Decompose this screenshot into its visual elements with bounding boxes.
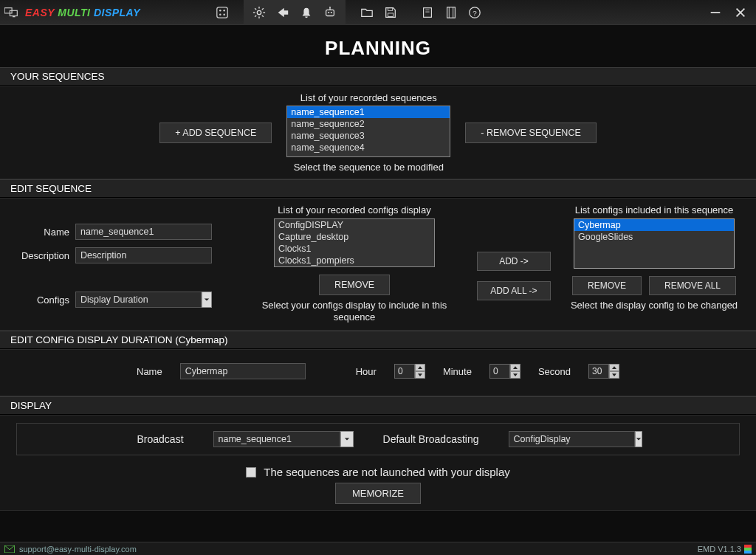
save-icon[interactable] [384,6,397,19]
duration-name-label: Name [137,366,162,377]
default-broadcast-label: Default Broadcasting [383,433,479,445]
recorded-configs-listbox[interactable]: ConfigDISPLAYCapture_desktopClocks1Clock… [274,218,435,267]
svg-point-19 [331,11,332,13]
list-item[interactable]: Cybermap [574,219,734,231]
robot-icon[interactable] [323,6,337,19]
duration-name-input[interactable] [180,363,306,379]
chevron-down-icon[interactable] [202,292,212,308]
support-email[interactable]: support@easy-multi-display.com [19,545,137,554]
list-item[interactable]: Clocks1_pompiers [275,255,434,266]
recorded-configs-hint: Select your configs display to include i… [244,300,465,325]
default-broadcast-value[interactable] [509,431,635,447]
included-configs-label: List configs included in this sequence [575,204,734,216]
book-icon[interactable] [421,6,434,19]
hour-spinner[interactable] [394,364,425,379]
gear-icon[interactable] [252,6,266,19]
titlebar: EASY MULTI DISPLAY ? [0,0,756,25]
svg-text:?: ? [472,8,477,16]
add-all-configs-button[interactable]: ADD ALL -> [477,281,551,300]
svg-point-7 [223,13,225,15]
included-configs-listbox[interactable]: CybermapGoogleSlides [574,218,735,269]
svg-rect-2 [13,15,16,17]
configs-combo-value[interactable] [75,292,202,308]
included-remove-all-button[interactable]: REMOVE ALL [649,276,736,295]
chevron-down-icon[interactable] [609,371,619,379]
sequences-listbox[interactable]: name_sequence1name_sequence2name_sequenc… [286,106,450,157]
grid-icon[interactable] [216,6,229,19]
hour-value[interactable] [394,364,415,379]
list-item[interactable]: name_sequence2 [287,118,450,130]
included-remove-button[interactable]: REMOVE [572,276,642,295]
svg-line-15 [255,15,256,16]
list-item[interactable]: name_sequence3 [287,130,450,142]
svg-line-13 [255,8,256,10]
list-item[interactable]: GoogleSlides [574,231,734,243]
broadcast-value[interactable] [213,431,340,447]
svg-line-14 [262,15,264,16]
list-item[interactable]: name_sequence4 [287,142,450,154]
display-header: DISPLAY [0,396,756,415]
help-icon[interactable]: ? [468,6,481,19]
second-value[interactable] [588,364,609,379]
chevron-up-icon[interactable] [415,364,425,371]
add-sequence-button[interactable]: + ADD SEQUENCE [159,123,272,143]
svg-point-6 [219,13,221,15]
memorize-button[interactable]: MEMORIZE [335,483,421,504]
launch-checkbox-label: The sequences are not launched with your… [264,466,510,478]
monitors-icon [4,6,21,19]
included-configs-hint: Select the display config to be changed [571,300,738,312]
chevron-up-icon[interactable] [609,364,619,371]
add-config-button[interactable]: ADD -> [477,252,551,271]
chevron-down-icon[interactable] [510,371,520,379]
statusbar: support@easy-multi-display.com EMD V1.1.… [0,542,756,555]
svg-rect-24 [424,7,432,17]
remove-sequence-button[interactable]: - REMOVE SEQUENCE [465,123,596,143]
folder-icon[interactable] [360,6,374,19]
chevron-down-icon[interactable] [415,371,425,379]
description-input[interactable] [75,247,212,263]
chevron-down-icon[interactable] [340,431,354,447]
broadcast-combo[interactable] [213,431,354,447]
list-item[interactable]: name_sequence1 [287,106,450,118]
minute-value[interactable] [489,364,510,379]
remove-config-button[interactable]: REMOVE [319,275,390,295]
configs-combo[interactable] [75,292,212,308]
list-item[interactable]: ConfigDISPLAY [275,219,434,231]
svg-point-21 [329,6,331,7]
svg-rect-17 [326,10,334,15]
edit-sequence-header: EDIT SEQUENCE [0,179,756,198]
name-input[interactable] [75,224,212,240]
svg-point-18 [328,11,329,13]
configs-label: Configs [10,294,69,306]
share-icon[interactable] [276,6,289,19]
page-title: PLANNING [0,25,756,67]
svg-point-8 [257,10,261,14]
mail-icon [4,545,15,553]
svg-rect-3 [217,7,227,17]
list-item[interactable]: Clocks1 [275,243,434,255]
edit-duration-header: EDIT CONFIG DISPLAY DURATION (Cybermap) [0,331,756,349]
svg-point-5 [223,10,225,12]
close-button[interactable] [734,6,747,19]
sequences-list-label: List of your recorded sequences [300,92,437,103]
list-item[interactable]: Capture_desktop [275,231,434,243]
sequences-header: YOUR SEQUENCES [0,67,756,86]
minimize-button[interactable] [709,6,722,19]
default-broadcast-combo[interactable] [509,431,619,447]
chevron-up-icon[interactable] [510,364,520,371]
toolbar: ? [207,0,490,25]
svg-point-4 [219,10,221,12]
svg-line-16 [262,8,264,10]
second-spinner[interactable] [588,364,619,379]
brand-stripe-icon [744,545,752,554]
bell-icon[interactable] [300,6,313,19]
version-label: EMD V1.1.3 [698,545,741,554]
launch-checkbox[interactable] [246,467,256,478]
description-label: Description [10,250,69,261]
svg-rect-27 [447,7,456,17]
film-icon[interactable] [444,6,458,19]
recorded-configs-label: List of your recorded configs display [278,204,430,216]
hour-label: Hour [356,366,377,377]
minute-spinner[interactable] [489,364,520,379]
chevron-down-icon[interactable] [635,431,642,447]
